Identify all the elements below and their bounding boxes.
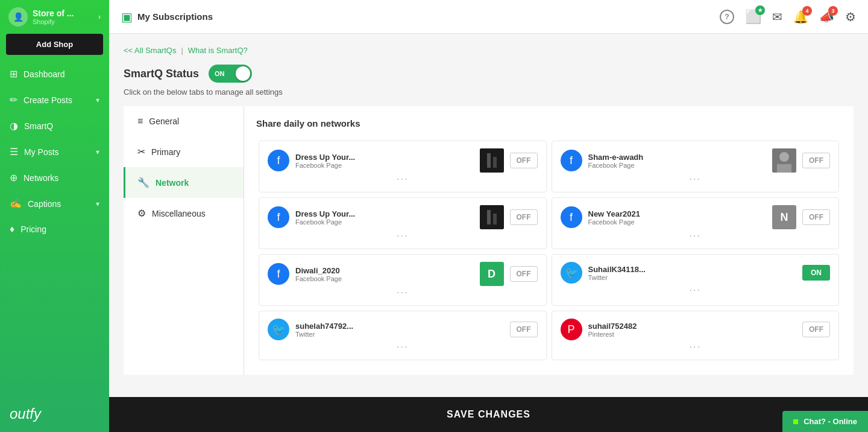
sidebar-item-label: Networks — [24, 173, 58, 183]
network-thumbnail: N — [772, 205, 796, 229]
primary-icon: ✂ — [137, 146, 145, 157]
networks-area: Share daily on networks f Dress Up Your.… — [244, 106, 854, 375]
network-type: Facebook Page — [295, 218, 474, 226]
tab-label: Primary — [151, 147, 180, 157]
network-name: Dress Up Your... — [295, 209, 474, 218]
network-toggle-button[interactable]: OFF — [802, 322, 830, 337]
network-toggle-button[interactable]: OFF — [510, 153, 538, 168]
list-item: 🐦 SuhailK34118... Twitter ON ··· — [552, 254, 840, 306]
networks-icon: ⊕ — [10, 172, 17, 183]
sidebar-item-label: SmartQ — [24, 121, 53, 131]
network-type: Twitter — [588, 274, 690, 281]
sidebar-item-create-posts[interactable]: ✏ Create Posts ▾ — [0, 87, 109, 113]
save-changes-button[interactable]: SAVE CHANGES — [109, 397, 868, 432]
network-toggle-button[interactable]: OFF — [510, 266, 538, 282]
network-type: Pinterest — [588, 331, 690, 338]
pinterest-logo: P — [561, 319, 582, 340]
network-card-row: f Sham-e-awadh Facebook Page — [561, 148, 831, 173]
network-thumbnail: D — [480, 262, 504, 286]
all-smartqs-link[interactable]: << All SmartQs — [124, 46, 176, 55]
tab-primary[interactable]: ✂ Primary — [124, 136, 244, 167]
network-more-dots[interactable]: ··· — [268, 173, 538, 185]
sidebar-item-my-posts[interactable]: ☰ My Posts ▾ — [0, 139, 109, 165]
sidebar-item-pricing[interactable]: ♦ Pricing — [0, 217, 109, 242]
network-name: SuhailK34118... — [588, 265, 690, 274]
network-thumbnail — [480, 205, 504, 229]
my-posts-icon: ☰ — [10, 146, 18, 157]
network-icon: 🔧 — [137, 177, 149, 188]
sidebar-item-smartq[interactable]: ◑ SmartQ — [0, 113, 109, 139]
network-more-dots[interactable]: ··· — [561, 173, 831, 185]
network-toggle-button[interactable]: OFF — [802, 153, 830, 168]
list-item: P suhail752482 Pinterest OFF ··· — [552, 311, 840, 360]
network-thumbnail — [480, 148, 504, 173]
general-icon: ≡ — [137, 116, 143, 127]
topbar-left: ▣ My Subscriptions — [121, 10, 213, 24]
announcements-button[interactable]: 📣 3 — [819, 10, 834, 24]
sidebar: 👤 Store of ... Shopify › Add Shop ⊞ Dash… — [0, 0, 109, 432]
store-chevron-icon[interactable]: › — [98, 13, 101, 21]
notifications-button[interactable]: 🔔 4 — [793, 10, 808, 24]
help-icon: ? — [720, 10, 734, 24]
help-button[interactable]: ? — [720, 10, 734, 24]
chat-label: Chat? - Online — [804, 417, 857, 426]
toggle-thumb — [236, 66, 250, 81]
sidebar-item-captions[interactable]: ✍ Captions ▾ — [0, 191, 109, 217]
network-more-dots[interactable]: ··· — [268, 229, 538, 241]
smartq-status-row: SmartQ Status ON — [124, 65, 854, 83]
network-more-dots[interactable]: ··· — [561, 284, 831, 296]
network-more-dots[interactable]: ··· — [268, 340, 538, 352]
create-posts-icon: ✏ — [10, 94, 17, 106]
bell-badge: 4 — [802, 6, 812, 16]
sidebar-item-label: Create Posts — [24, 95, 72, 105]
mail-button[interactable]: ✉ — [772, 10, 782, 24]
network-info: Dress Up Your... Facebook Page — [295, 153, 474, 169]
network-info: New Year2021 Facebook Page — [588, 209, 767, 226]
network-type: Facebook Page — [588, 218, 767, 226]
chevron-down-icon: ▾ — [96, 96, 99, 104]
network-more-dots[interactable]: ··· — [268, 286, 538, 298]
sidebar-item-dashboard[interactable]: ⊞ Dashboard — [0, 61, 109, 87]
chevron-down-icon: ▾ — [96, 200, 99, 208]
network-more-dots[interactable]: ··· — [561, 229, 831, 241]
tabs-networks-container: ≡ General ✂ Primary 🔧 Network ⚙ Miscella… — [124, 106, 854, 375]
network-toggle-button[interactable]: ON — [802, 265, 830, 281]
network-card-row: f Dress Up Your... Facebook Page — [268, 148, 538, 173]
network-info: Sham-e-awadh Facebook Page — [588, 153, 767, 169]
facebook-logo: f — [561, 150, 582, 171]
tab-miscellaneous[interactable]: ⚙ Miscellaneous — [124, 198, 244, 229]
network-toggle-button[interactable]: OFF — [802, 209, 830, 225]
network-card-row: P suhail752482 Pinterest OFF — [561, 319, 831, 340]
list-item: f Sham-e-awadh Facebook Page — [552, 141, 840, 192]
subscriptions-icon: ▣ — [121, 10, 133, 24]
chevron-down-icon: ▾ — [96, 148, 99, 156]
window-button[interactable]: ⬜ ★ — [745, 9, 761, 25]
network-card-row: 🐦 SuhailK34118... Twitter ON — [561, 262, 831, 284]
smartq-toggle[interactable]: ON — [209, 65, 252, 83]
list-item: f Dress Up Your... Facebook Page — [259, 141, 547, 192]
network-info: Diwali_2020 Facebook Page — [295, 266, 474, 282]
tab-general[interactable]: ≡ General — [124, 106, 244, 136]
tab-label: General — [149, 116, 179, 126]
settings-button[interactable]: ⚙ — [845, 10, 856, 24]
network-card-row: f Dress Up Your... Facebook Page — [268, 205, 538, 229]
network-info: SuhailK34118... Twitter — [588, 265, 690, 281]
sidebar-item-networks[interactable]: ⊕ Networks — [0, 165, 109, 191]
network-info: suhelah74792... Twitter — [295, 322, 397, 338]
what-is-smartq-link[interactable]: What is SmartQ? — [188, 46, 248, 55]
network-toggle-button[interactable]: OFF — [510, 209, 538, 225]
breadcrumb-separator: | — [181, 46, 183, 55]
network-more-dots[interactable]: ··· — [561, 340, 831, 352]
tab-network[interactable]: 🔧 Network — [124, 167, 244, 198]
add-shop-button[interactable]: Add Shop — [6, 34, 103, 55]
svg-rect-1 — [487, 153, 491, 168]
network-type: Facebook Page — [295, 162, 474, 169]
window-badge: ★ — [755, 5, 765, 15]
tab-label: Network — [156, 178, 189, 188]
topbar-right: ? ⬜ ★ ✉ 🔔 4 📣 3 ⚙ — [720, 9, 856, 25]
click-info-text: Click on the below tabs to manage all se… — [124, 87, 854, 97]
chat-bubble[interactable]: Chat? - Online — [782, 411, 868, 432]
toggle-label: ON — [215, 70, 225, 77]
network-toggle-button[interactable]: OFF — [510, 322, 538, 337]
networks-grid: f Dress Up Your... Facebook Page — [256, 138, 841, 363]
